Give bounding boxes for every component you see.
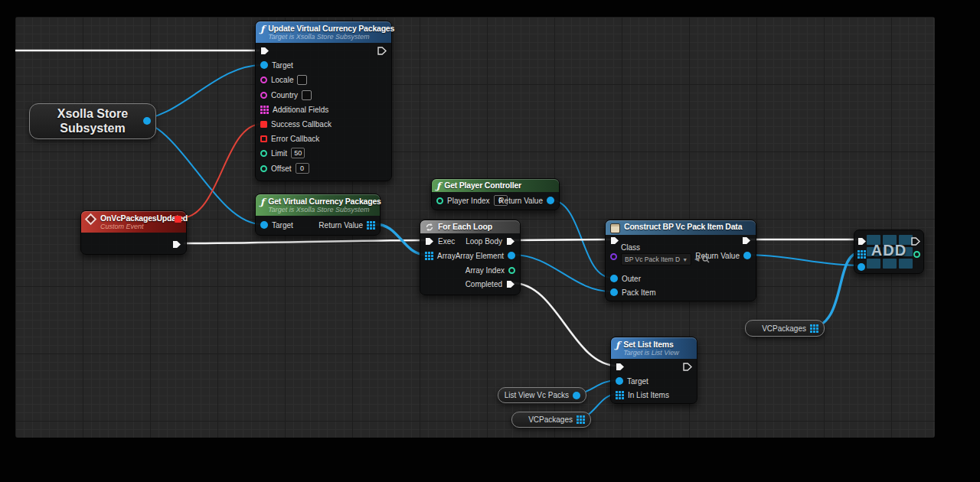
class-pin[interactable] xyxy=(610,253,617,260)
success-callback-pin[interactable] xyxy=(260,121,267,128)
exec-in-pin[interactable]: Exec xyxy=(425,236,455,246)
delegate-pin[interactable] xyxy=(175,216,181,223)
pin-label: Offset xyxy=(271,164,292,173)
exec-out-pin[interactable] xyxy=(742,235,751,246)
limit-input[interactable]: 50 xyxy=(291,148,305,158)
country-pin[interactable] xyxy=(260,92,267,99)
node-xsolla-store-subsystem[interactable]: Xsolla Store Subsystem xyxy=(29,103,156,139)
exec-in-pin[interactable] xyxy=(858,236,867,246)
return-value-pin[interactable] xyxy=(743,252,751,259)
wire-vcpackages-to-add-array xyxy=(808,252,861,328)
error-callback-pin[interactable] xyxy=(260,135,267,142)
pin-label: Target xyxy=(627,377,648,386)
exec-in-pin[interactable] xyxy=(260,45,270,56)
offset-input[interactable]: 0 xyxy=(296,163,309,174)
blueprint-canvas[interactable]: ƒ Update Virtual Currency Packages Targe… xyxy=(15,17,935,438)
loop-body-pin[interactable]: Loop Body xyxy=(466,236,515,246)
country-input[interactable] xyxy=(302,90,312,100)
xsolla-output-pin[interactable] xyxy=(143,117,151,125)
pin-label: Completed xyxy=(466,280,502,288)
function-icon: ƒ xyxy=(260,24,264,34)
locale-input[interactable] xyxy=(297,75,307,85)
pin-label: Limit xyxy=(271,149,287,158)
offset-pin[interactable] xyxy=(260,165,267,172)
node-for-each-loop[interactable]: For Each Loop Exec Array Loop Body Array… xyxy=(420,220,521,295)
wire-array-getvcp-to-foreach xyxy=(375,224,426,255)
reset-arrow-icon[interactable]: ◀ xyxy=(694,256,699,262)
node-get-player-controller[interactable]: ƒ Get Player Controller Player Index0 Re… xyxy=(431,178,560,210)
completed-pin[interactable]: Completed xyxy=(466,278,515,289)
wire-delegate-event-to-success-callback xyxy=(181,124,262,218)
player-index-pin[interactable] xyxy=(436,197,443,204)
array-pin[interactable] xyxy=(425,252,433,260)
wire-exec-loopbody-to-construct xyxy=(513,239,612,240)
output-pin[interactable] xyxy=(573,392,580,399)
function-icon: ƒ xyxy=(260,197,264,207)
construct-icon xyxy=(610,223,620,233)
node-subtitle: Target is Xsolla Store Subsystem xyxy=(268,206,381,213)
variable-title: List View Vc Packs xyxy=(505,391,569,399)
return-index-pin[interactable] xyxy=(913,251,920,258)
target-pin[interactable] xyxy=(260,221,268,229)
node-get-virtual-currency-packages[interactable]: ƒ Get Virtual Currency Packages Target i… xyxy=(255,194,381,236)
target-pin[interactable] xyxy=(260,61,268,69)
window-frame: ƒ Update Virtual Currency Packages Targe… xyxy=(0,0,980,482)
in-list-items-pin[interactable] xyxy=(616,391,624,399)
function-icon: ƒ xyxy=(616,340,619,350)
return-value-pin[interactable] xyxy=(547,197,554,204)
node-construct-bp-vc-pack-item-data[interactable]: Construct BP Vc Pack Item Data Return Va… xyxy=(605,220,756,301)
target-array-pin[interactable] xyxy=(858,250,866,259)
pin-label: Return Value xyxy=(318,221,363,230)
browse-magnifier-icon[interactable] xyxy=(702,256,710,263)
variable-title: VCPackages xyxy=(528,415,573,424)
pin-label: Array Index xyxy=(466,266,505,275)
locale-pin[interactable] xyxy=(260,77,267,83)
wire-exec-event-to-foreach xyxy=(184,240,426,243)
exec-out-pin[interactable] xyxy=(377,45,387,56)
node-update-virtual-currency-packages[interactable]: ƒ Update Virtual Currency Packages Targe… xyxy=(255,21,392,181)
array-element-pin[interactable] xyxy=(508,252,515,259)
pin-label: Loop Body xyxy=(466,237,502,246)
wire-construct-return-to-add-item xyxy=(746,255,861,265)
output-pin[interactable] xyxy=(810,324,818,333)
limit-pin[interactable] xyxy=(260,150,267,157)
pack-item-pin[interactable] xyxy=(610,288,618,296)
pin-label: Locale xyxy=(271,76,293,84)
node-vcpackages-right[interactable]: VCPackages xyxy=(745,320,825,337)
pin-label: Pack Item xyxy=(622,288,655,297)
new-item-pin[interactable] xyxy=(858,263,865,271)
node-title: Construct BP Vc Pack Item Data xyxy=(624,222,742,231)
pin-label: Target xyxy=(272,61,293,70)
output-pin[interactable] xyxy=(577,415,585,424)
custom-event-icon xyxy=(85,213,97,226)
pin-label: Success Callback xyxy=(271,120,332,129)
function-icon: ƒ xyxy=(436,181,440,191)
node-set-list-items[interactable]: ƒ Set List Items Target is List View Tar… xyxy=(610,337,697,404)
pin-label: In List Items xyxy=(628,391,669,399)
array-index-pin[interactable] xyxy=(508,267,515,274)
return-value-pin[interactable] xyxy=(367,221,375,230)
pin-label: Error Callback xyxy=(271,135,319,143)
pin-label: Array Element xyxy=(456,252,504,260)
node-add-array-item[interactable]: ADD xyxy=(854,230,924,274)
exec-out-pin[interactable] xyxy=(683,361,692,372)
node-list-view-vc-packs[interactable]: List View Vc Packs xyxy=(498,387,586,403)
outer-pin[interactable] xyxy=(610,275,618,282)
variable-title: Xsolla Store Subsystem xyxy=(35,107,150,135)
target-pin[interactable] xyxy=(616,377,623,385)
node-subtitle: Target is List View xyxy=(623,349,679,357)
wire-getpc-to-construct-outer xyxy=(550,200,612,278)
node-title: For Each Loop xyxy=(438,222,492,231)
class-dropdown[interactable]: BP Vc Pack Item D▼ xyxy=(621,253,691,265)
additional-fields-pin[interactable] xyxy=(260,106,269,114)
exec-out-pin[interactable] xyxy=(172,239,181,249)
node-onvcpackagesupdated-event[interactable]: OnVcPackagesUpdated Custom Event xyxy=(80,210,187,255)
exec-in-pin[interactable] xyxy=(616,361,625,372)
exec-in-pin[interactable] xyxy=(610,235,619,246)
pin-label: Target xyxy=(272,221,293,230)
node-title: Set List Items xyxy=(623,340,679,349)
pin-label: Country xyxy=(271,91,298,99)
exec-out-pin[interactable] xyxy=(911,236,920,246)
node-vcpackages-bottom[interactable]: VCPackages xyxy=(511,412,591,428)
node-title: Get Virtual Currency Packages xyxy=(268,197,381,206)
